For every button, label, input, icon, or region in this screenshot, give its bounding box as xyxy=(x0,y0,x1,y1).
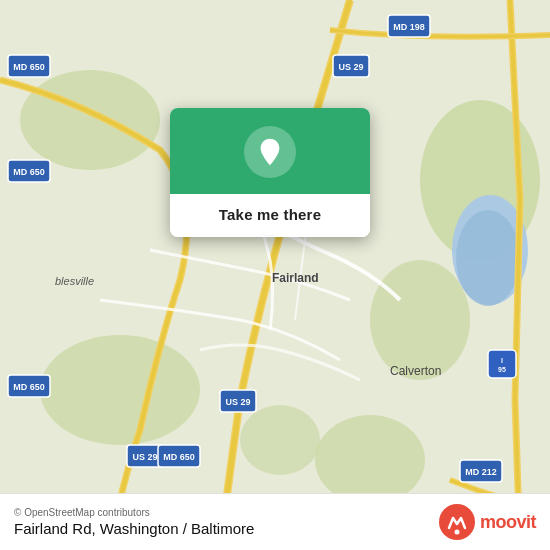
location-icon-wrapper xyxy=(244,126,296,178)
svg-text:blesville: blesville xyxy=(55,275,94,287)
moovit-text: moovit xyxy=(480,512,536,533)
bottom-left-info: © OpenStreetMap contributors Fairland Rd… xyxy=(14,507,254,537)
svg-point-6 xyxy=(315,415,425,505)
svg-text:Fairland: Fairland xyxy=(272,271,319,285)
svg-text:US 29: US 29 xyxy=(132,452,157,462)
svg-rect-25 xyxy=(488,350,516,378)
svg-point-1 xyxy=(20,70,160,170)
svg-point-8 xyxy=(456,210,520,306)
svg-point-36 xyxy=(454,530,459,535)
svg-text:95: 95 xyxy=(498,366,506,373)
svg-point-4 xyxy=(40,335,200,445)
svg-point-5 xyxy=(240,405,320,475)
bottom-bar: © OpenStreetMap contributors Fairland Rd… xyxy=(0,493,550,550)
svg-text:MD 650: MD 650 xyxy=(163,452,195,462)
moovit-icon xyxy=(439,504,475,540)
osm-attribution: © OpenStreetMap contributors xyxy=(14,507,254,518)
map-container: MD 650 MD 650 MD 650 MD 198 US 29 US 29 … xyxy=(0,0,550,550)
svg-text:I: I xyxy=(501,357,503,364)
svg-text:MD 198: MD 198 xyxy=(393,22,425,32)
map-background: MD 650 MD 650 MD 650 MD 198 US 29 US 29 … xyxy=(0,0,550,550)
svg-text:US 29: US 29 xyxy=(338,62,363,72)
svg-text:MD 650: MD 650 xyxy=(13,382,45,392)
popup-card: Take me there xyxy=(170,108,370,237)
svg-text:MD 650: MD 650 xyxy=(13,167,45,177)
svg-text:MD 650: MD 650 xyxy=(13,62,45,72)
popup-bottom-section[interactable]: Take me there xyxy=(170,194,370,237)
moovit-logo[interactable]: moovit xyxy=(439,504,536,540)
svg-point-3 xyxy=(370,260,470,380)
location-pin-icon xyxy=(254,136,286,168)
svg-text:Calverton: Calverton xyxy=(390,364,441,378)
take-me-there-button[interactable]: Take me there xyxy=(219,206,321,223)
svg-text:US 29: US 29 xyxy=(225,397,250,407)
svg-text:MD 212: MD 212 xyxy=(465,467,497,477)
location-name: Fairland Rd, Washington / Baltimore xyxy=(14,520,254,537)
popup-top-section xyxy=(170,108,370,194)
